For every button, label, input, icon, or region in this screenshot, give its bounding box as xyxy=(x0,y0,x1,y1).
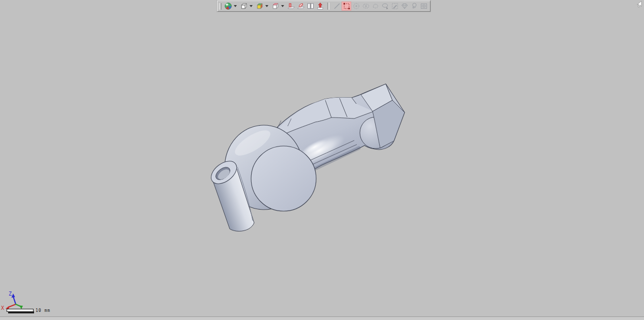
section-view-left-icon xyxy=(287,2,295,10)
visibility-tool-icon xyxy=(420,2,428,10)
line-tool-icon xyxy=(333,2,341,10)
exploded-view-icon xyxy=(316,2,324,10)
wireframe-cube-icon xyxy=(240,2,248,10)
scale-bar: 10 mm xyxy=(7,308,68,317)
cursor-arrow-icon xyxy=(637,1,642,7)
scale-bar-shadow xyxy=(8,311,34,313)
scale-bar-label: 10 mm xyxy=(36,308,50,313)
window-bottom-edge xyxy=(0,316,644,320)
shaded-cube-button[interactable] xyxy=(255,2,264,11)
balloon-tool-icon xyxy=(410,2,418,10)
polygon-tool-button xyxy=(361,2,371,11)
shaded-cube-dropdown-arrow[interactable] xyxy=(264,2,269,11)
view-toolbar xyxy=(217,1,431,12)
triad-z-arrowhead xyxy=(12,294,15,298)
toolbar-grip[interactable] xyxy=(219,3,222,10)
viewport-canvas xyxy=(0,0,644,316)
view-orientation-sphere-button[interactable] xyxy=(223,2,233,11)
polygon-tool-icon xyxy=(362,2,370,10)
section-view-right-button[interactable] xyxy=(296,2,305,11)
chevron-down-icon xyxy=(281,5,284,7)
section-view-left-button[interactable] xyxy=(286,2,296,11)
triad-z-label: Z xyxy=(9,291,12,297)
lasso-select-tool-icon xyxy=(381,2,389,10)
shape-tool-button xyxy=(400,2,409,11)
toolbar-separator xyxy=(327,3,329,10)
freehand-tool-icon xyxy=(372,2,380,10)
mouse-cursor xyxy=(636,1,642,8)
model-rocker-arm[interactable] xyxy=(207,84,405,231)
split-view-button[interactable] xyxy=(305,2,315,11)
pencil-markup-tool-button xyxy=(390,2,400,11)
triad-x-axis xyxy=(8,304,16,307)
pencil-markup-tool-icon xyxy=(391,2,399,10)
wireframe-cube-dropdown-arrow[interactable] xyxy=(249,2,253,11)
section-cube-dropdown-arrow[interactable] xyxy=(280,2,285,11)
rectangle-select-tool-icon xyxy=(343,2,351,10)
triad-z-axis xyxy=(13,297,16,304)
triad-x-label: X xyxy=(1,305,4,311)
circle-tool-button xyxy=(351,2,361,11)
lasso-select-tool-button xyxy=(380,2,390,11)
shaded-cube-icon xyxy=(256,2,264,10)
chevron-down-icon xyxy=(234,5,237,7)
chevron-down-icon xyxy=(265,5,268,7)
freehand-tool-button xyxy=(371,2,380,11)
view-orientation-sphere-dropdown-arrow[interactable] xyxy=(233,2,237,11)
visibility-tool-button xyxy=(419,2,428,11)
section-view-right-icon xyxy=(297,2,305,10)
shape-tool-icon xyxy=(401,2,409,10)
wireframe-cube-button[interactable] xyxy=(239,2,249,11)
chevron-down-icon xyxy=(250,5,253,7)
circle-tool-icon xyxy=(352,2,360,10)
viewport[interactable]: Z X 10 mm xyxy=(0,0,644,316)
exploded-view-button[interactable] xyxy=(315,2,325,11)
view-orientation-sphere-icon xyxy=(224,2,232,10)
section-cube-icon xyxy=(271,2,280,10)
section-cube-button[interactable] xyxy=(270,2,280,11)
split-view-icon xyxy=(306,2,315,10)
line-tool-button xyxy=(332,2,342,11)
rectangle-select-tool-button[interactable] xyxy=(342,2,351,11)
balloon-tool-button xyxy=(409,2,419,11)
